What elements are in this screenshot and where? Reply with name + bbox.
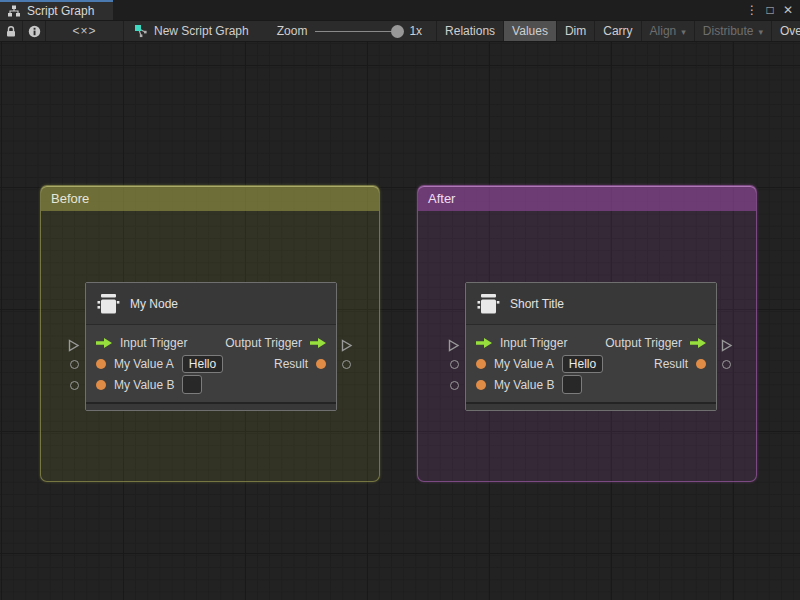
tab-script-graph[interactable]: Script Graph [0, 0, 113, 20]
script-graph-icon [7, 5, 21, 18]
zoom-control: Zoom 1x [267, 21, 432, 41]
external-value-input-port[interactable] [70, 360, 79, 369]
port-label-result: Result [274, 357, 308, 371]
inspect-button[interactable] [23, 21, 46, 41]
maximize-icon[interactable]: □ [761, 0, 779, 20]
external-flow-input-port[interactable] [68, 338, 80, 356]
node-footer [86, 402, 336, 410]
node-short-title[interactable]: Short Title Input Trigger Output Trigger… [465, 282, 717, 411]
value-output-port[interactable] [696, 359, 706, 369]
toolbar-toggle-group: Relations Values Dim Carry Align ▾ Distr… [436, 21, 800, 41]
zoom-value: 1x [409, 24, 422, 38]
graph-canvas[interactable]: Before After My Node Input Trigger [0, 42, 800, 600]
zoom-label: Zoom [277, 24, 308, 38]
value-input-port[interactable] [476, 359, 486, 369]
group-title: After [428, 191, 455, 206]
group-title: Before [51, 191, 89, 206]
value-input-port[interactable] [96, 359, 106, 369]
code-preview-button[interactable]: <×> [46, 21, 124, 41]
external-flow-output-port[interactable] [341, 338, 353, 356]
port-label-output-trigger: Output Trigger [605, 336, 682, 350]
group-before-header[interactable]: Before [41, 186, 379, 211]
external-value-output-port[interactable] [342, 360, 351, 369]
node-body: Input Trigger Output Trigger My Value A … [466, 325, 716, 402]
graph-asset-icon [134, 24, 148, 38]
carry-button[interactable]: Carry [595, 21, 641, 41]
external-value-output-port[interactable] [722, 360, 731, 369]
group-after-header[interactable]: After [418, 186, 756, 211]
lock-icon [5, 25, 17, 38]
port-label-my-value-b: My Value B [114, 378, 174, 392]
unit-icon [96, 293, 120, 315]
window-controls: ⋮ □ ✕ [743, 0, 797, 20]
value-output-port[interactable] [316, 359, 326, 369]
port-label-input-trigger: Input Trigger [500, 336, 567, 350]
flow-output-port[interactable] [690, 338, 706, 348]
node-title: Short Title [510, 297, 564, 311]
value-input-port[interactable] [96, 380, 106, 390]
port-row-value-b: My Value B [86, 374, 336, 395]
port-label-my-value-a: My Value A [114, 357, 174, 371]
value-b-field[interactable] [182, 375, 202, 394]
value-b-field[interactable] [562, 375, 582, 394]
chevron-down-icon: ▾ [681, 27, 686, 37]
external-value-input-port[interactable] [450, 360, 459, 369]
values-button[interactable]: Values [504, 21, 557, 41]
window-titlebar: Script Graph ⋮ □ ✕ [0, 0, 800, 20]
value-a-field[interactable]: Hello [562, 355, 603, 373]
flow-input-port[interactable] [96, 338, 112, 348]
port-row-trigger: Input Trigger Output Trigger [466, 332, 716, 353]
value-input-port[interactable] [476, 380, 486, 390]
info-icon [28, 25, 41, 38]
port-label-input-trigger: Input Trigger [120, 336, 187, 350]
external-value-input-port[interactable] [70, 381, 79, 390]
port-label-result: Result [654, 357, 688, 371]
external-flow-output-port[interactable] [721, 338, 733, 356]
graph-toolbar: <×> New Script Graph Zoom 1x Relations V… [0, 20, 800, 42]
node-header[interactable]: Short Title [466, 283, 716, 325]
overview-button[interactable]: Overview [772, 21, 800, 41]
flow-input-port[interactable] [476, 338, 492, 348]
port-label-my-value-b: My Value B [494, 378, 554, 392]
node-my-node[interactable]: My Node Input Trigger Output Trigger My … [85, 282, 337, 411]
value-a-field[interactable]: Hello [182, 355, 223, 373]
node-header[interactable]: My Node [86, 283, 336, 325]
external-value-input-port[interactable] [450, 381, 459, 390]
graph-name-section: New Script Graph [124, 21, 259, 41]
node-footer [466, 402, 716, 410]
node-title: My Node [130, 297, 178, 311]
port-label-output-trigger: Output Trigger [225, 336, 302, 350]
port-row-value-a: My Value A Hello Result [466, 353, 716, 374]
port-row-value-b: My Value B [466, 374, 716, 395]
port-row-value-a: My Value A Hello Result [86, 353, 336, 374]
align-dropdown[interactable]: Align ▾ [642, 21, 695, 41]
close-icon[interactable]: ✕ [779, 0, 797, 20]
flow-output-port[interactable] [310, 338, 326, 348]
zoom-slider[interactable] [315, 31, 401, 32]
port-label-my-value-a: My Value A [494, 357, 554, 371]
external-flow-input-port[interactable] [448, 338, 460, 356]
chevron-down-icon: ▾ [759, 27, 764, 37]
lock-button[interactable] [0, 21, 23, 41]
node-body: Input Trigger Output Trigger My Value A … [86, 325, 336, 402]
distribute-dropdown[interactable]: Distribute ▾ [695, 21, 772, 41]
unit-icon [476, 293, 500, 315]
tab-title: Script Graph [27, 4, 94, 18]
zoom-slider-handle[interactable] [391, 25, 404, 38]
graph-name[interactable]: New Script Graph [154, 24, 249, 38]
window-menu-icon[interactable]: ⋮ [743, 0, 761, 20]
port-row-trigger: Input Trigger Output Trigger [86, 332, 336, 353]
relations-button[interactable]: Relations [437, 21, 504, 41]
dim-button[interactable]: Dim [557, 21, 595, 41]
